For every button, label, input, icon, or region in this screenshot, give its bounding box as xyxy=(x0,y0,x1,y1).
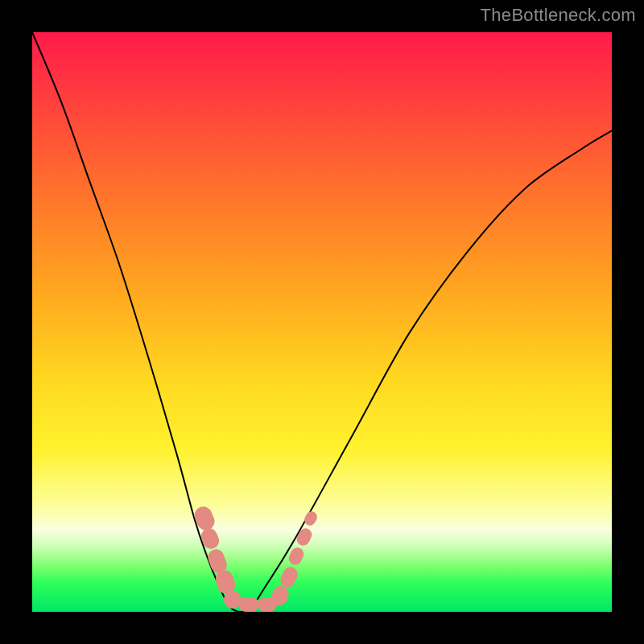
watermark-text: TheBottleneck.com xyxy=(481,5,636,26)
curve-line xyxy=(32,32,612,612)
chart-frame: TheBottleneck.com xyxy=(0,0,644,644)
bottleneck-curve xyxy=(32,32,612,612)
plot-area xyxy=(32,32,612,612)
